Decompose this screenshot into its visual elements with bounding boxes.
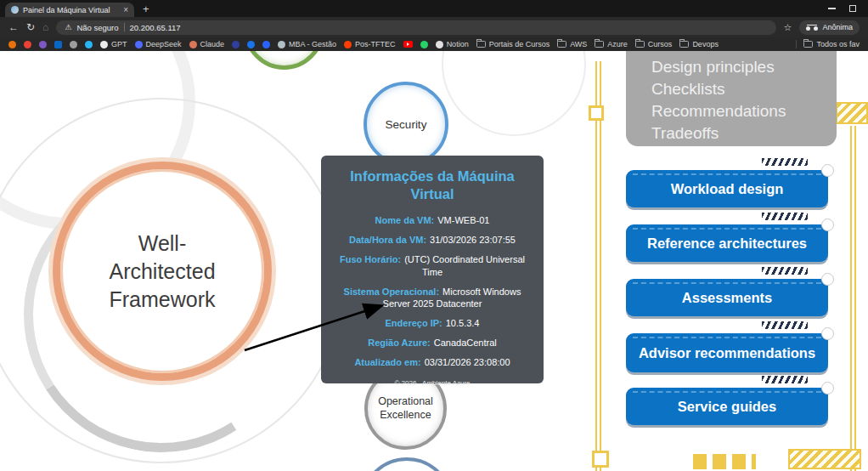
bookmark-folder-aws[interactable]: AWS [557,40,587,48]
folder-icon [595,41,604,48]
bookmark-notion[interactable]: Notion [436,40,469,48]
corner-circle-decoration [821,382,834,394]
bookmark-item[interactable] [70,41,77,48]
gold-hatch-decoration [836,102,868,124]
tab-close-icon[interactable]: × [123,5,128,14]
vm-field-fuso: Fuso Horário:(UTC) Coordinated Universal… [331,253,533,279]
deepseek-icon [135,41,143,48]
restore-icon[interactable] [849,5,856,12]
vm-info-card: Informações da Máquina Virtual Nome da V… [321,156,544,383]
favicon-navy-icon [232,41,240,48]
new-tab-button[interactable]: + [143,3,149,15]
not-secure-warning-icon: ⚠ [65,23,71,31]
pillar-circle-partial-top [244,51,324,70]
bookmark-star-icon[interactable]: ☆ [784,22,792,33]
bookmark-linkedin[interactable] [54,41,62,48]
bookmark-item[interactable] [8,41,16,48]
linkedin-icon [54,41,62,48]
favicon-shield-icon [262,41,270,48]
gold-hatch-decoration [788,449,861,469]
favicon-gray-icon [70,41,77,48]
omnibox-divider [124,23,125,31]
bookmark-gpt[interactable]: GPT [100,40,127,48]
bookmark-gmail[interactable] [24,41,31,48]
corner-circle-decoration [821,273,834,286]
pillar-circle-partial-bottom [360,457,454,471]
bookmark-claude[interactable]: Claude [189,40,225,48]
bookmark-youtube[interactable] [403,41,413,48]
folder-icon [803,41,813,48]
stitch-decoration [762,213,808,220]
bookmarks-overflow[interactable]: Todos os fav [796,40,860,48]
gold-frame-square [592,451,609,468]
mba-icon [278,41,285,48]
security-pillar-circle: Security [364,82,448,167]
incognito-icon [806,25,818,31]
vm-field-datahora: Data/Hora da VM:31/03/2026 23:07:55 [331,234,533,247]
stitch-decoration [762,376,808,383]
gold-blocks-decoration [693,454,756,469]
page-content: Well-Architected Framework Security Oper… [0,51,868,471]
tab-title: Painel da Máquina Virtual [23,6,119,14]
bookmarks-bar: GPT DeepSeek Claude MBA - Gestão Pos-TFT… [0,37,868,51]
stitch-decoration [762,321,808,329]
browser-window: Painel da Máquina Virtual × + ← ↻ ⌂ ⚠ Nã… [0,0,868,471]
home-icon[interactable]: ⌂ [42,22,48,32]
bookmark-whatsapp[interactable] [420,41,428,48]
folder-icon [679,41,689,48]
bookmark-deepseek[interactable]: DeepSeek [135,40,182,48]
favicon-purple-icon [39,41,47,48]
vm-card-title: Informações da Máquina Virtual [331,167,533,202]
bookmark-item[interactable] [39,41,47,48]
address-bar[interactable]: ⚠ Não seguro 20.200.65.117 [56,20,775,35]
bookmark-mba-gestao[interactable]: MBA - Gestão [278,40,336,48]
corner-circle-decoration [821,327,834,340]
chatgpt-icon [100,41,108,48]
topic-checklists: Checklists [651,78,837,100]
bookmark-folder-azure[interactable]: Azure [595,40,628,48]
incognito-profile-chip[interactable]: Anônima [799,20,860,35]
reload-icon[interactable]: ↻ [26,22,35,32]
button-service-guides[interactable]: Service guides [626,388,828,425]
background-ring [442,51,586,136]
topic-tradeoffs: Tradeoffs [651,122,837,145]
button-assessments[interactable]: Assessments [626,279,828,316]
operational-excellence-label: Operational Excellence [375,395,437,422]
corner-circle-decoration [821,164,834,177]
vm-card-footer: © 2026 - Ambiente Azure [331,379,533,387]
waf-topics-box: Design principles Checklists Recommendat… [626,51,837,146]
vm-field-nome: Nome da VM:VM-WEB-01 [331,214,533,227]
well-architected-label: Well-Architected Framework [91,230,234,314]
bookmark-pos-tftec[interactable]: Pos-TFTEC [344,40,396,48]
browser-tab[interactable]: Painel da Máquina Virtual × [5,3,134,17]
bookmark-item[interactable] [232,41,240,48]
notion-icon [436,41,443,48]
button-label: Advisor recommendations [639,345,815,361]
button-reference-architectures[interactable]: Reference architectures [626,224,828,262]
bookmark-folder-portais[interactable]: Portais de Cursos [476,40,550,48]
back-icon[interactable]: ← [8,22,19,32]
bookmark-folder-cursos[interactable]: Cursos [635,40,673,48]
profile-label: Anônima [822,23,853,31]
vm-field-so: Sistema Operacional:Microsoft Windows Se… [331,286,533,311]
url-text[interactable]: 20.200.65.117 [130,23,181,32]
folder-icon [557,41,566,48]
folder-icon [635,41,645,48]
topic-design-principles: Design principles [651,56,837,78]
telegram-icon [85,41,93,48]
youtube-icon [403,41,413,48]
bookmark-folder-devops[interactable]: Devops [679,40,719,48]
not-secure-label[interactable]: Não seguro [76,23,118,32]
topic-recommendations: Recommendations [651,100,837,122]
gold-frame-left [595,61,601,471]
bookmark-item[interactable] [262,41,270,48]
bookmark-item[interactable] [247,41,255,48]
bookmark-telegram[interactable] [85,41,93,48]
minimize-icon[interactable] [828,8,836,9]
button-advisor-recommendations[interactable]: Advisor recommendations [626,333,828,372]
tab-favicon-icon [11,6,19,14]
gmail-icon [24,41,31,48]
claude-icon [189,41,197,48]
corner-circle-decoration [821,218,834,231]
button-workload-design[interactable]: Workload design [626,170,828,207]
